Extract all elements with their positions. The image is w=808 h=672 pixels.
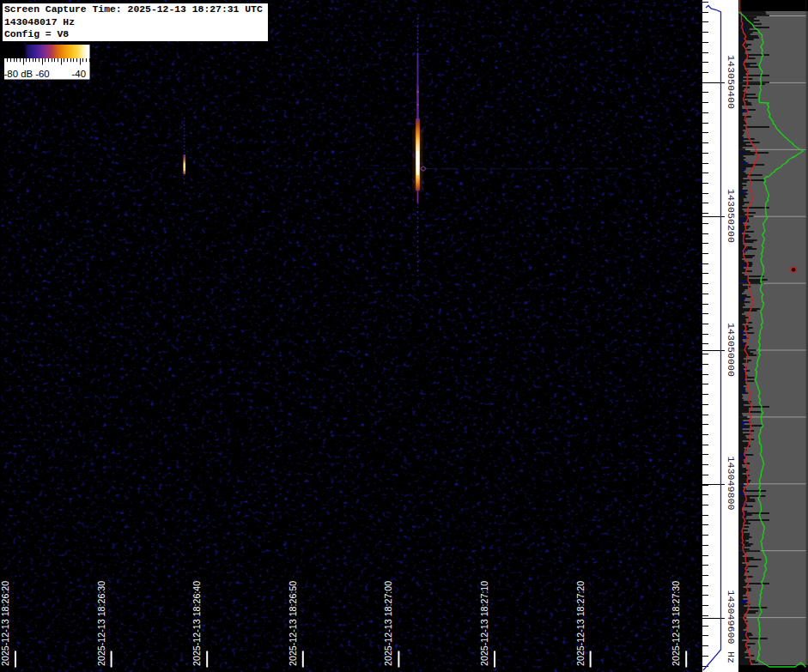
svg-text:-80 dB -60: -80 dB -60 [4,69,50,79]
svg-text:-40: -40 [72,69,86,79]
